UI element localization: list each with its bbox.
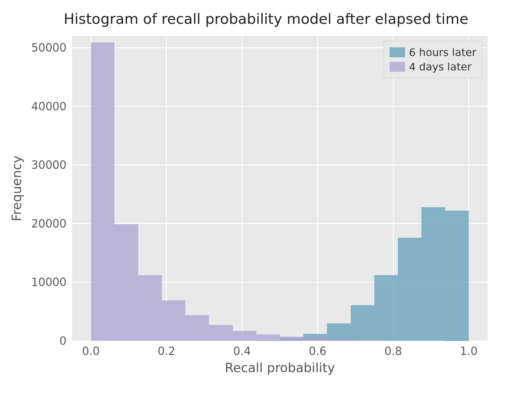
x-tick-label: 0.4 — [233, 345, 251, 357]
legend-swatch-icon — [390, 62, 405, 72]
grid-line-vertical — [166, 36, 167, 341]
histogram-bar — [374, 275, 398, 341]
y-axis-label: Frequency — [9, 155, 24, 221]
histogram-bar — [445, 211, 469, 341]
grid-line-vertical — [317, 36, 318, 341]
histogram-bar — [374, 340, 398, 341]
histogram-bar — [162, 300, 185, 341]
histogram-bar — [256, 334, 280, 341]
x-tick-label: 1.0 — [460, 345, 478, 357]
legend-item-4-days: 4 days later — [390, 60, 476, 74]
x-tick-label: 0.6 — [309, 345, 327, 357]
histogram-bar — [421, 207, 445, 341]
x-tick-label: 0.8 — [384, 345, 402, 357]
grid-line-vertical — [242, 36, 242, 341]
plot-area — [72, 36, 488, 341]
histogram-bar — [209, 325, 232, 341]
legend: 6 hours later 4 days later — [384, 41, 482, 78]
histogram-bar — [91, 42, 114, 341]
x-axis-label: Recall probability — [225, 360, 335, 375]
histogram-bar — [398, 341, 421, 341]
y-tick-label: 30000 — [28, 158, 66, 171]
histogram-bar — [398, 238, 421, 341]
y-tick-label: 0 — [28, 334, 66, 347]
chart-title: Histogram of recall probability model af… — [0, 11, 532, 27]
histogram-bar — [114, 224, 138, 341]
histogram-bar — [351, 305, 374, 341]
y-tick-label: 40000 — [28, 100, 66, 113]
legend-label: 6 hours later — [409, 46, 476, 58]
histogram-bar — [280, 337, 303, 341]
histogram-bar — [327, 339, 351, 341]
grid-line-horizontal — [72, 165, 488, 165]
legend-swatch-icon — [390, 47, 405, 57]
histogram-bar — [185, 315, 209, 341]
legend-item-6-hours: 6 hours later — [390, 45, 476, 60]
x-tick-label: 0.2 — [158, 345, 175, 357]
x-tick-label: 0.0 — [82, 345, 100, 357]
histogram-bar — [233, 331, 256, 341]
histogram-bar — [351, 340, 374, 341]
y-tick-label: 20000 — [28, 217, 66, 230]
y-tick-label: 10000 — [28, 276, 66, 288]
histogram-bar — [303, 338, 327, 341]
legend-label: 4 days later — [409, 61, 472, 73]
histogram-bar — [327, 323, 351, 341]
y-tick-label: 50000 — [28, 41, 66, 54]
histogram-bar — [421, 341, 445, 341]
figure: Histogram of recall probability model af… — [0, 0, 532, 399]
grid-line-horizontal — [72, 106, 488, 107]
histogram-bar — [138, 275, 162, 341]
